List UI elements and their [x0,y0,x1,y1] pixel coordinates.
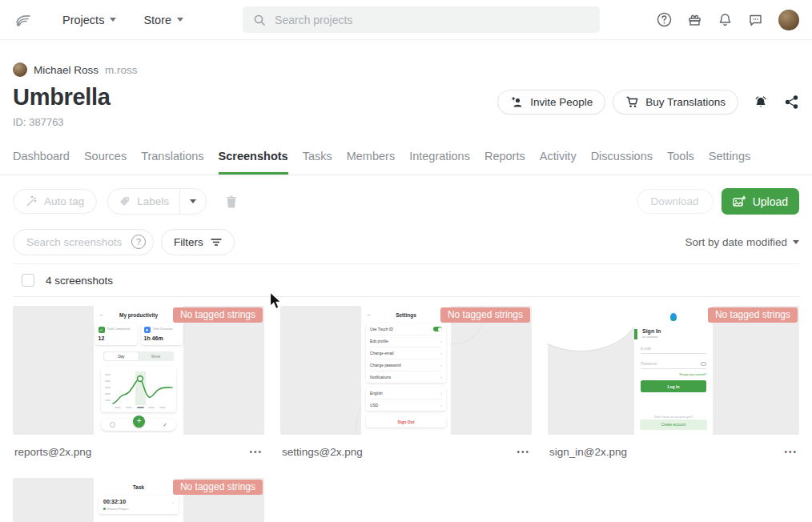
labels-button[interactable]: Labels [108,189,179,214]
tab-sources[interactable]: Sources [84,150,127,175]
selection-row: 4 screenshots [13,263,799,297]
status-badge: No tagged strings [173,480,263,495]
buy-translations-label: Buy Translations [645,96,726,108]
screenshot-thumbnail[interactable]: No tagged strings ← My productivity ✓ Ta… [13,306,264,435]
chevron-down-icon [190,199,196,203]
projects-menu-label: Projects [62,14,104,26]
delete-icon[interactable] [224,195,239,209]
filters-label: Filters [174,236,203,248]
project-id: ID: 387763 [13,116,799,128]
filter-lines-icon [211,237,222,247]
thumbnail-image: Task 00:32:10 › Fitness Project [94,478,183,522]
gift-icon[interactable] [687,12,702,27]
owner-name: Michael Ross [34,64,98,76]
tab-tasks[interactable]: Tasks [303,150,332,175]
tab-tools[interactable]: Tools [667,150,694,175]
share-icon[interactable] [783,94,799,110]
project-tabs: Dashboard Sources Translations Screensho… [0,150,812,175]
tab-translations[interactable]: Translations [141,150,203,175]
cart-icon [625,95,639,109]
project-owner[interactable]: Michael Ross m.ross [13,40,799,77]
project-dot-icon [103,508,106,510]
mini-line-chart [101,367,176,412]
chevron-down-icon [793,240,799,244]
bell-icon[interactable] [718,12,733,27]
owner-username: m.ross [105,64,138,76]
global-search-input[interactable] [273,13,589,27]
back-arrow-icon: ← [99,312,104,317]
back-arrow-icon: ← [367,312,372,317]
mini-title: Settings [396,312,416,318]
check-icon: ✓ [98,327,105,333]
global-search [243,6,600,33]
crowdin-logo-icon[interactable] [13,10,34,30]
tab-integrations[interactable]: Integrations [409,150,470,175]
card-menu-icon[interactable]: ••• [517,448,530,456]
clock-icon [110,422,115,428]
top-navbar: Projects Store [0,0,812,40]
mini-title: My productivity [119,312,158,318]
tab-screenshots[interactable]: Screenshots [219,150,288,175]
screenshot-search: ? [13,229,154,255]
screenshot-card-signin: No tagged strings Sign In to continue E-… [548,306,799,459]
screenshot-thumbnail[interactable]: No tagged strings Task 00:32:10 › Fit [13,478,264,522]
sort-label: Sort by date modified [685,236,787,248]
screenshots-grid: No tagged strings ← My productivity ✓ Ta… [0,306,812,522]
screenshot-count: 4 screenshots [46,275,113,287]
search-help-icon[interactable]: ? [131,235,146,249]
search-icon [253,14,266,26]
project-header: Michael Ross m.ross Umbrella ID: 387763 … [0,40,812,128]
tab-dashboard[interactable]: Dashboard [13,150,70,175]
buy-translations-button[interactable]: Buy Translations [613,90,738,114]
tab-members[interactable]: Members [347,150,395,175]
help-icon[interactable] [657,12,672,27]
tab-settings[interactable]: Settings [709,150,750,175]
clock-icon: ● [144,327,151,333]
screenshot-thumbnail[interactable]: No tagged strings Sign In to continue E-… [548,306,799,435]
navbar-actions [657,10,799,30]
toggle-on-icon [433,327,442,331]
sort-dropdown[interactable]: Sort by date modified [685,236,799,248]
eye-icon [701,362,706,366]
card-menu-icon[interactable]: ••• [784,448,798,456]
subscribe-bell-icon[interactable] [753,94,769,110]
screenshot-thumbnail[interactable]: No tagged strings ← Settings Use Touch I… [280,306,532,435]
filter-bar: ? Filters Sort by date modified [0,228,812,255]
filters-button[interactable]: Filters [161,229,235,255]
tab-activity[interactable]: Activity [540,150,577,175]
invite-people-button[interactable]: Invite People [497,90,605,114]
check-icon: ✓ [163,422,167,428]
invite-people-label: Invite People [530,96,593,108]
select-all-checkbox[interactable] [22,274,34,287]
screenshot-filename: sign_in@2x.png [549,446,627,458]
user-avatar[interactable] [778,10,799,30]
projects-menu[interactable]: Projects [62,14,116,26]
status-badge: No tagged strings [708,307,798,323]
download-button[interactable]: Download [637,189,714,214]
owner-avatar [13,62,27,77]
chevron-down-icon [110,18,116,22]
upload-label: Upload [753,195,788,208]
screenshot-search-input[interactable] [25,235,127,249]
status-badge: No tagged strings [173,307,263,323]
toolbar-right: Download Upload [637,188,799,215]
tab-discussions[interactable]: Discussions [591,150,653,175]
store-menu[interactable]: Store [143,14,183,26]
screenshot-filename: settings@2x.png [282,446,363,458]
image-add-icon [733,195,746,207]
screenshot-card-settings: No tagged strings ← Settings Use Touch I… [280,306,532,459]
messages-icon[interactable] [748,12,763,27]
upload-button[interactable]: Upload [722,188,799,215]
auto-tag-button[interactable]: Auto tag [13,189,97,214]
labels-dropdown-button[interactable] [179,189,206,214]
screenshot-filename: reports@2x.png [14,446,91,458]
project-actions: Invite People Buy Translations [497,90,799,114]
app-logo-icon [670,313,677,321]
app-window: Projects Store [0,0,812,522]
person-add-icon [510,95,524,109]
store-menu-label: Store [143,14,171,26]
add-fab-icon: + [133,416,145,428]
card-menu-icon[interactable]: ••• [249,448,263,456]
status-badge: No tagged strings [440,307,530,323]
tab-reports[interactable]: Reports [484,150,525,175]
